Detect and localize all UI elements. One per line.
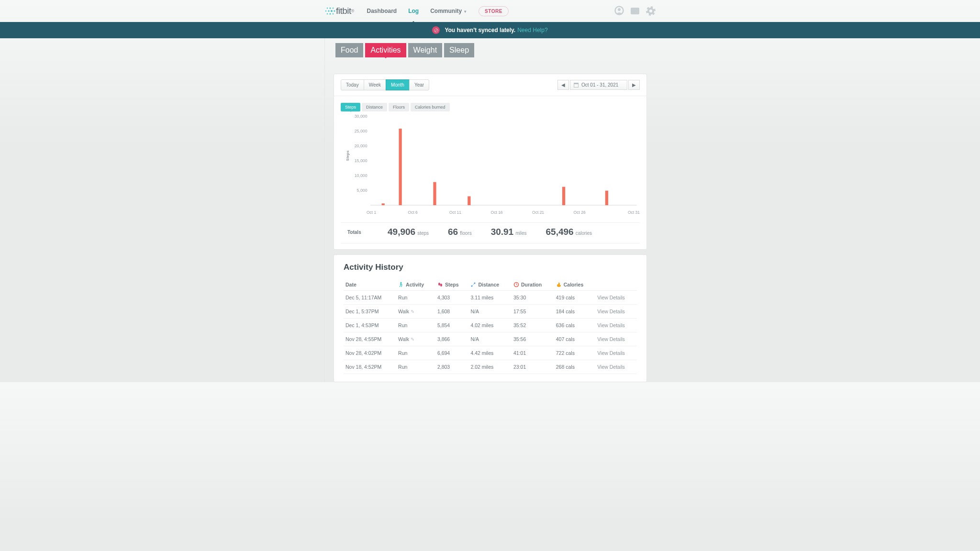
cell-date: Dec 1, 5:37PM (344, 305, 396, 319)
tab-food[interactable]: Food (335, 43, 363, 57)
clock-icon (513, 282, 519, 287)
svg-rect-25 (562, 187, 565, 205)
x-tick-label: Oct 26 (574, 210, 615, 215)
tab-activities[interactable]: Activities (365, 43, 406, 57)
svg-text:10,000: 10,000 (355, 173, 368, 178)
cell-steps: 6,694 (435, 346, 469, 360)
activity-history-table: Date Activity Steps Distance Duration Ca… (344, 279, 637, 374)
svg-rect-24 (468, 196, 470, 205)
log-category-tabs: Food Activities Weight Sleep (325, 38, 656, 57)
cell-date: Nov 28, 4:02PM (344, 346, 396, 360)
metric-calories[interactable]: Calories burned (411, 103, 450, 111)
metric-floors[interactable]: Floors (389, 103, 409, 111)
view-details-link[interactable]: View Details (597, 309, 625, 314)
x-tick-label: Oct 6 (408, 210, 450, 215)
x-tick-label: Oct 31 (615, 210, 640, 215)
view-details-link[interactable]: View Details (597, 322, 625, 328)
x-tick-label: Oct 11 (449, 210, 491, 215)
svg-rect-21 (382, 203, 385, 205)
svg-point-9 (333, 13, 334, 14)
table-row: Dec 1, 5:37PM Walk✎ 1,608 N/A 17:55 184 … (344, 305, 637, 319)
svg-point-29 (440, 284, 442, 287)
view-details-link[interactable]: View Details (597, 295, 625, 300)
cell-steps: 1,608 (435, 305, 469, 319)
profile-icon[interactable] (614, 6, 624, 16)
cell-duration: 35:30 (512, 291, 554, 305)
metric-distance[interactable]: Distance (362, 103, 387, 111)
cell-calories: 407 cals (554, 332, 595, 346)
chevron-down-icon: ▼ (463, 10, 467, 14)
date-range-control: ◀ Oct 01 - 31, 2021 ▶ (557, 80, 640, 90)
chart-card: Today Week Month Year ◀ Oct 01 - 31, 202… (334, 74, 647, 250)
sync-help-link[interactable]: Need Help? (517, 27, 547, 33)
cell-activity: Run (396, 360, 435, 374)
cell-distance: N/A (468, 305, 512, 319)
totals-steps: 49,906 steps (388, 227, 429, 237)
metric-steps[interactable]: Steps (341, 103, 360, 111)
chart-svg: 5,00010,00015,00020,00025,00030,000 (344, 114, 640, 210)
nav-log[interactable]: Log (408, 8, 419, 14)
cell-calories: 419 cals (554, 291, 595, 305)
view-details-link[interactable]: View Details (597, 336, 625, 342)
cell-steps: 2,803 (435, 360, 469, 374)
totals-distance: 30.91 miles (491, 227, 527, 237)
table-row: Dec 5, 11:17AM Run 4,303 3.11 miles 35:3… (344, 291, 637, 305)
edit-icon[interactable]: ✎ (411, 309, 414, 314)
x-tick-label: Oct 21 (532, 210, 574, 215)
totals-calories: 65,496 calories (546, 227, 592, 237)
activity-history-card: Activity History Date Activity Steps Dis… (334, 254, 647, 382)
cell-steps: 5,854 (435, 319, 469, 332)
cell-distance: 4.42 miles (468, 346, 512, 360)
messages-icon[interactable] (631, 8, 639, 14)
activity-history-title: Activity History (344, 263, 637, 272)
cell-date: Nov 28, 4:55PM (344, 332, 396, 346)
cell-distance: 3.11 miles (468, 291, 512, 305)
table-row: Nov 28, 4:02PM Run 6,694 4.42 miles 41:0… (344, 346, 637, 360)
period-today[interactable]: Today (341, 79, 364, 90)
svg-point-28 (438, 283, 440, 286)
x-tick-label: Oct 16 (491, 210, 533, 215)
period-year[interactable]: Year (409, 79, 429, 90)
svg-point-11 (618, 8, 621, 11)
date-range-display[interactable]: Oct 01 - 31, 2021 (570, 80, 627, 90)
date-next-button[interactable]: ▶ (628, 80, 640, 90)
view-details-link[interactable]: View Details (597, 364, 625, 370)
cell-activity: Walk✎ (396, 332, 435, 346)
svg-text:20,000: 20,000 (355, 143, 368, 148)
flame-icon (556, 282, 562, 287)
store-button[interactable]: STORE (479, 6, 509, 16)
gear-icon[interactable] (646, 6, 656, 16)
view-details-link[interactable]: View Details (597, 350, 625, 356)
svg-rect-22 (399, 129, 401, 205)
col-calories: Calories (554, 279, 595, 291)
nav-community[interactable]: Community▼ (430, 8, 467, 14)
svg-point-6 (334, 10, 335, 11)
period-month[interactable]: Month (386, 79, 410, 90)
cell-calories: 722 cals (554, 346, 595, 360)
table-row: Nov 18, 4:52PM Run 2,803 2.02 miles 23:0… (344, 360, 637, 374)
cell-distance: 4.02 miles (468, 319, 512, 332)
cell-duration: 35:52 (512, 319, 554, 332)
cell-activity: Run (396, 346, 435, 360)
svg-point-4 (328, 10, 329, 11)
cell-date: Nov 18, 4:52PM (344, 360, 396, 374)
logo[interactable]: fitbit ® (324, 5, 355, 17)
y-axis-label: Steps (345, 151, 350, 161)
col-steps: Steps (435, 279, 469, 291)
nav-dashboard[interactable]: Dashboard (367, 8, 397, 14)
svg-point-1 (330, 8, 331, 9)
date-prev-button[interactable]: ◀ (557, 80, 569, 90)
tab-weight[interactable]: Weight (408, 43, 443, 57)
sync-message: You haven't synced lately. (445, 27, 515, 33)
cell-activity: Walk✎ (396, 305, 435, 319)
svg-point-3 (325, 11, 326, 11)
totals-floors: 66 floors (448, 227, 472, 237)
edit-icon[interactable]: ✎ (411, 337, 414, 342)
walker-icon (398, 282, 404, 287)
tab-sleep[interactable]: Sleep (444, 43, 474, 57)
metric-segmented-control: Steps Distance Floors Calories burned (341, 103, 640, 111)
period-week[interactable]: Week (364, 79, 386, 90)
svg-text:30,000: 30,000 (355, 114, 368, 119)
sync-banner: You haven't synced lately.Need Help? (0, 22, 980, 38)
cell-distance: N/A (468, 332, 512, 346)
